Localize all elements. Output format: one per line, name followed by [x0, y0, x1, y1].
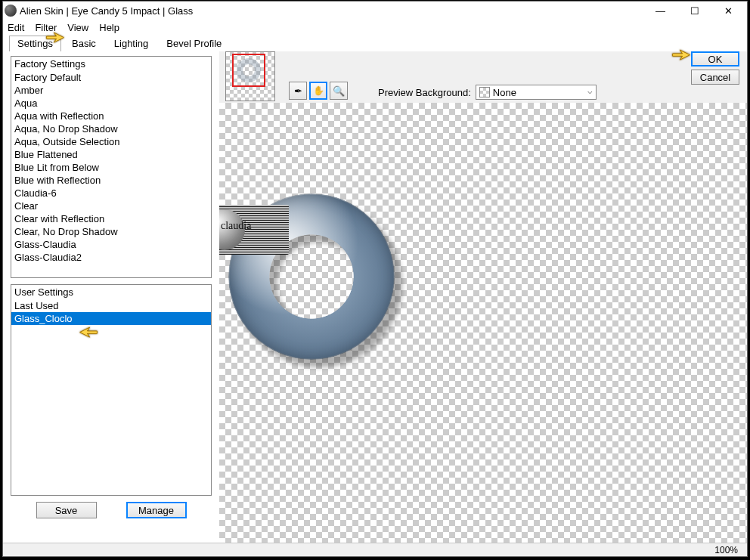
navigator-viewport-box[interactable] — [232, 54, 265, 87]
list-item[interactable]: Clear — [11, 200, 211, 212]
watermark-badge: claudia — [219, 205, 289, 255]
list-item[interactable]: Last Used — [11, 299, 211, 312]
list-item[interactable]: Blue with Reflection — [11, 174, 211, 187]
factory-settings-list[interactable]: Factory Settings Factory DefaultAmberAqu… — [11, 56, 212, 278]
eyedropper-tool-button[interactable]: ✒ — [289, 82, 307, 100]
window-title: Alien Skin | Eye Candy 5 Impact | Glass — [20, 5, 643, 17]
user-settings-list[interactable]: User Settings Last UsedGlass_Cloclo — [11, 284, 212, 496]
menu-help[interactable]: Help — [99, 22, 119, 33]
tab-bevel-profile[interactable]: Bevel Profile — [159, 36, 229, 51]
cancel-button[interactable]: Cancel — [691, 70, 739, 85]
hand-tool-button[interactable]: ✋ — [309, 82, 327, 100]
tab-settings[interactable]: Settings — [9, 36, 61, 51]
list-item[interactable]: Glass_Cloclo — [11, 312, 211, 325]
list-item[interactable]: Clear with Reflection — [11, 212, 211, 225]
preview-canvas[interactable]: claudia — [219, 103, 747, 543]
preview-background-combo[interactable]: None — [476, 85, 597, 100]
list-item[interactable]: Aqua, No Drop Shadow — [11, 122, 211, 135]
list-item[interactable]: Blue Flattened — [11, 148, 211, 161]
maximize-button[interactable]: ☐ — [677, 2, 711, 19]
menu-edit[interactable]: Edit — [8, 22, 24, 33]
menu-view[interactable]: View — [67, 22, 88, 33]
list-item[interactable]: Blue Lit from Below — [11, 161, 211, 174]
ok-button[interactable]: OK — [691, 51, 739, 67]
app-icon — [5, 5, 17, 17]
list-item[interactable]: Glass-Claudia — [11, 238, 211, 251]
minimize-button[interactable]: — — [643, 2, 677, 19]
tab-basic[interactable]: Basic — [64, 36, 104, 51]
navigator-thumbnail[interactable] — [225, 51, 275, 101]
preview-background-value: None — [493, 87, 516, 98]
list-item[interactable]: Claudia-6 — [11, 187, 211, 200]
save-button[interactable]: Save — [36, 502, 97, 518]
menu-filter[interactable]: Filter — [35, 22, 57, 33]
list-item[interactable]: Aqua with Reflection — [11, 110, 211, 122]
list-item[interactable]: Factory Default — [11, 71, 211, 84]
list-item[interactable]: Aqua — [11, 97, 211, 110]
close-button[interactable]: ✕ — [711, 2, 745, 19]
list-item[interactable]: Aqua, Outside Selection — [11, 135, 211, 148]
list-item[interactable]: Glass-Claudia2 — [11, 251, 211, 264]
preview-background-label: Preview Background: — [378, 87, 471, 98]
transparency-swatch-icon — [479, 87, 490, 97]
zoom-level: 100% — [714, 545, 738, 555]
magnifier-icon: 🔍 — [333, 85, 345, 97]
hand-icon: ✋ — [313, 85, 324, 96]
tab-lighting[interactable]: Lighting — [107, 36, 157, 51]
user-settings-header: User Settings — [11, 285, 211, 299]
list-item[interactable]: Amber — [11, 84, 211, 97]
watermark-text: claudia — [221, 220, 251, 232]
zoom-tool-button[interactable]: 🔍 — [330, 82, 348, 100]
eyedropper-icon: ✒ — [294, 85, 302, 97]
factory-settings-header: Factory Settings — [11, 57, 211, 71]
manage-button[interactable]: Manage — [126, 502, 187, 518]
list-item[interactable]: Clear, No Drop Shadow — [11, 225, 211, 238]
